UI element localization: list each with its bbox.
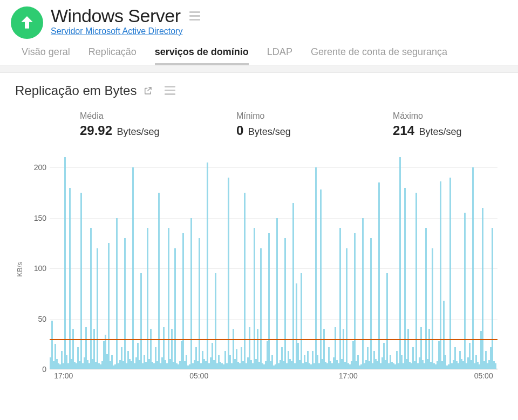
- chart-xtick: 05:00: [474, 371, 493, 380]
- stat-min-unit: Bytes/seg: [248, 126, 291, 137]
- chart-bar: [147, 228, 148, 369]
- chart-ytick: 150: [28, 214, 46, 222]
- chart-bar: [362, 218, 364, 369]
- chart-bar: [284, 238, 286, 369]
- chart-xaxis: 17:0005:0017:0005:00: [50, 371, 497, 382]
- chart-bar: [215, 273, 216, 369]
- chart-bar: [108, 243, 110, 369]
- chart-gridline: [50, 369, 497, 370]
- chart-bar: [464, 213, 466, 369]
- stat-average-label: Média: [80, 111, 236, 121]
- stat-min-label: Mínimo: [236, 111, 393, 121]
- chart-bar: [64, 157, 66, 369]
- chart-bar: [399, 157, 401, 369]
- chart-bar: [268, 233, 270, 369]
- up-arrow-icon: [18, 14, 36, 31]
- stat-max: Máximo 214 Bytes/seg: [393, 111, 501, 138]
- hamburger-icon[interactable]: [188, 8, 201, 24]
- chart-bar: [370, 238, 372, 369]
- tab-security-account-manager[interactable]: Gerente de conta de segurança: [311, 46, 447, 65]
- chart-bar: [190, 218, 192, 369]
- chart-ytick: 200: [28, 163, 46, 172]
- chart-xtick: 05:00: [189, 371, 208, 380]
- chart-bar: [339, 228, 341, 369]
- chart-bars: [50, 153, 497, 369]
- status-badge: [11, 6, 43, 39]
- chart-bar: [207, 162, 208, 369]
- chart-bar: [228, 178, 229, 369]
- chart-bar: [415, 193, 417, 369]
- stat-average: Média 29.92 Bytes/seg: [80, 111, 236, 138]
- chart-bar: [495, 363, 496, 369]
- chart-bar: [449, 178, 451, 369]
- chart-bar: [292, 203, 294, 369]
- chart-bar: [386, 273, 388, 369]
- chart-bar: [124, 238, 126, 369]
- stat-min: Mínimo 0 Bytes/seg: [236, 111, 393, 138]
- stat-max-unit: Bytes/seg: [419, 126, 462, 137]
- chart-bar: [158, 193, 160, 369]
- chart-bar: [244, 193, 246, 369]
- chart-bar: [182, 233, 184, 369]
- page-title: Windows Server: [51, 5, 181, 26]
- chart-bar: [199, 238, 200, 369]
- chart: KB/s 17:0005:0017:0005:00 050100150200: [15, 153, 503, 385]
- stat-max-label: Máximo: [393, 111, 501, 121]
- separator-strip: [0, 65, 518, 73]
- chart-bar: [320, 189, 322, 369]
- chart-bar: [404, 188, 406, 369]
- tab-domain-services[interactable]: serviços de domínio: [155, 46, 249, 65]
- chart-ytick: 50: [28, 315, 46, 323]
- panel-hamburger-icon[interactable]: [163, 83, 176, 98]
- chart-xtick: 17:00: [54, 371, 73, 380]
- chart-bar: [116, 218, 118, 369]
- chart-bar: [492, 228, 493, 369]
- tab-bar: Visão geral Replicação serviços de domín…: [0, 39, 518, 65]
- tab-ldap[interactable]: LDAP: [267, 46, 292, 65]
- page-subtitle-link[interactable]: Servidor Microsoft Active Directory: [51, 26, 183, 36]
- tab-replication[interactable]: Replicação: [88, 46, 137, 65]
- chart-bar: [97, 248, 98, 369]
- chart-ytick: 0: [28, 365, 46, 374]
- tab-overview[interactable]: Visão geral: [22, 46, 70, 65]
- stat-max-value: 214: [393, 123, 414, 138]
- chart-bar: [440, 181, 441, 369]
- chart-bar: [254, 228, 255, 369]
- chart-bar: [140, 273, 142, 369]
- chart-bar: [354, 233, 356, 369]
- chart-bar: [425, 228, 427, 369]
- chart-bar: [90, 228, 92, 369]
- chart-bar: [260, 248, 262, 369]
- chart-bar: [276, 218, 278, 369]
- chart-bar: [168, 228, 169, 369]
- chart-bar: [432, 248, 433, 369]
- chart-ytick: 100: [28, 264, 46, 273]
- external-link-icon[interactable]: [143, 86, 153, 96]
- chart-bar: [482, 208, 483, 369]
- panel-title: Replicação em Bytes: [15, 83, 137, 98]
- chart-bar: [301, 273, 302, 369]
- stat-average-unit: Bytes/seg: [117, 126, 160, 137]
- chart-bar: [80, 193, 82, 369]
- stat-average-value: 29.92: [80, 123, 112, 138]
- chart-bar: [69, 188, 71, 369]
- chart-ylabel: KB/s: [16, 262, 24, 276]
- chart-bar: [346, 248, 347, 369]
- chart-bar: [174, 248, 176, 369]
- chart-average-line: [50, 339, 497, 340]
- stat-min-value: 0: [236, 123, 243, 138]
- chart-xtick: 17:00: [339, 371, 358, 380]
- chart-bar: [378, 182, 380, 369]
